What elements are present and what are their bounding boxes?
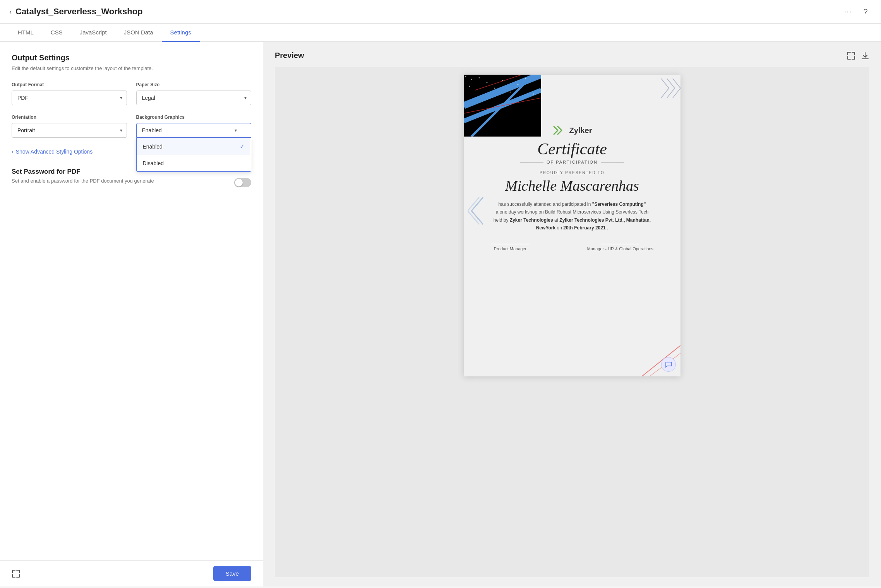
cert-logo: Zylker	[483, 125, 661, 136]
more-options-button[interactable]: ⋯	[842, 5, 854, 18]
main-content: Output Settings Edit the default setting…	[0, 42, 881, 586]
cert-date-prefix: on	[557, 225, 564, 231]
left-panel: Output Settings Edit the default setting…	[0, 42, 263, 586]
form-row-1: Output Format PDF ▾ Paper Size Legal ▾	[12, 82, 251, 105]
orientation-select[interactable]: Portrait	[12, 123, 127, 138]
cert-event-name: "Serverless Computing"	[592, 202, 646, 207]
cert-sig-1-label: Product Manager	[494, 246, 526, 251]
preview-download-button[interactable]	[861, 51, 869, 60]
cert-body: has successfully attended and participat…	[491, 200, 653, 232]
cert-sig-2-line	[601, 244, 639, 244]
chat-bubble[interactable]	[661, 357, 676, 372]
cert-date: 20th February 2021	[563, 225, 605, 231]
header-right: ⋯ ?	[842, 5, 872, 18]
orientation-group: Orientation Portrait ▾	[12, 115, 127, 138]
cert-main-title: Certificate	[483, 140, 661, 158]
preview-expand-button[interactable]	[847, 51, 855, 60]
paper-size-label: Paper Size	[136, 82, 252, 87]
chat-icon	[665, 361, 672, 368]
cert-sig-1: Product Manager	[491, 244, 530, 251]
password-toggle[interactable]	[234, 178, 251, 187]
preview-title: Preview	[275, 51, 304, 60]
top-header: ‹ Catalyst_Serverless_Workshop ⋯ ?	[0, 0, 881, 24]
back-button[interactable]: ‹	[9, 8, 12, 16]
save-button[interactable]: Save	[213, 566, 251, 581]
paper-size-wrapper: Legal ▾	[136, 91, 252, 105]
output-format-wrapper: PDF ▾	[12, 91, 127, 105]
expand-button[interactable]	[12, 569, 20, 578]
expand-icon	[12, 569, 20, 578]
tab-javascript[interactable]: JavaScript	[71, 24, 115, 42]
output-format-select[interactable]: PDF	[12, 91, 127, 105]
advanced-toggle-chevron: ›	[12, 149, 14, 155]
bottom-bar: Save	[0, 560, 263, 586]
cert-period: .	[607, 225, 608, 231]
bg-graphics-value: Enabled	[142, 127, 162, 133]
cert-logo-text: Zylker	[569, 126, 592, 135]
paper-size-group: Paper Size Legal ▾	[136, 82, 252, 105]
background-graphics-select[interactable]: Enabled ▾	[136, 123, 252, 138]
bg-graphics-arrow: ▾	[235, 128, 237, 133]
cert-sig-1-line	[491, 244, 530, 244]
orientation-label: Orientation	[12, 115, 127, 120]
background-graphics-dropdown: Enabled ✓ Disabled	[136, 138, 252, 172]
tabs-bar: HTML CSS JavaScript JSON Data Settings	[0, 24, 881, 42]
section-desc: Edit the default settings to customize t…	[12, 65, 251, 71]
output-format-group: Output Format PDF ▾	[12, 82, 127, 105]
cert-presented: PROUDLY PRESENTED TO	[483, 171, 661, 175]
cert-body-text1: has successfully attended and participat…	[499, 202, 591, 207]
right-panel: Preview	[263, 42, 881, 586]
cert-organizer: Zyker Technologies	[510, 217, 553, 223]
certificate-page: Zylker Certificate OF PARTICIPATION PROU…	[464, 75, 680, 376]
preview-container: Zylker Certificate OF PARTICIPATION PROU…	[275, 67, 869, 577]
cert-sig-2: Manager - HR & Global Operations	[587, 244, 653, 251]
cert-recipient-name: Michelle Mascarenhas	[483, 177, 661, 194]
check-icon: ✓	[240, 143, 245, 150]
header-left: ‹ Catalyst_Serverless_Workshop	[9, 7, 143, 17]
orientation-wrapper: Portrait ▾	[12, 123, 127, 138]
preview-header: Preview	[275, 51, 869, 60]
dropdown-item-enabled-label: Enabled	[143, 144, 163, 150]
preview-actions	[847, 51, 869, 60]
background-graphics-group: Background Graphics Enabled ▾ Enabled ✓ …	[136, 115, 252, 138]
cert-location-prefix: at	[554, 217, 559, 223]
cert-subtitle: OF PARTICIPATION	[483, 160, 661, 164]
background-graphics-label: Background Graphics	[136, 115, 252, 120]
dropdown-item-enabled[interactable]: Enabled ✓	[137, 138, 251, 155]
dropdown-item-disabled-label: Disabled	[143, 160, 164, 166]
form-row-2: Orientation Portrait ▾ Background Graphi…	[12, 115, 251, 138]
help-button[interactable]: ?	[859, 5, 872, 18]
cert-content: Zylker Certificate OF PARTICIPATION PROU…	[464, 75, 680, 259]
cert-sig-2-label: Manager - HR & Global Operations	[587, 246, 653, 251]
tab-settings[interactable]: Settings	[162, 24, 200, 42]
advanced-toggle-label: Show Advanced Styling Options	[16, 149, 93, 155]
password-row: Set and enable a password for the PDF do…	[12, 178, 251, 187]
paper-size-select[interactable]: Legal	[136, 91, 252, 105]
cert-signatures: Product Manager Manager - HR & Global Op…	[483, 244, 661, 251]
password-desc: Set and enable a password for the PDF do…	[12, 178, 154, 184]
dropdown-item-disabled[interactable]: Disabled	[137, 155, 251, 171]
background-graphics-wrapper: Enabled ▾ Enabled ✓ Disabled	[136, 123, 252, 138]
tab-json-data[interactable]: JSON Data	[115, 24, 162, 42]
tab-html[interactable]: HTML	[9, 24, 42, 42]
section-title: Output Settings	[12, 53, 251, 62]
project-title: Catalyst_Serverless_Workshop	[15, 7, 143, 17]
output-format-label: Output Format	[12, 82, 127, 87]
tab-css[interactable]: CSS	[42, 24, 71, 42]
zylker-logo-icon	[552, 125, 566, 136]
